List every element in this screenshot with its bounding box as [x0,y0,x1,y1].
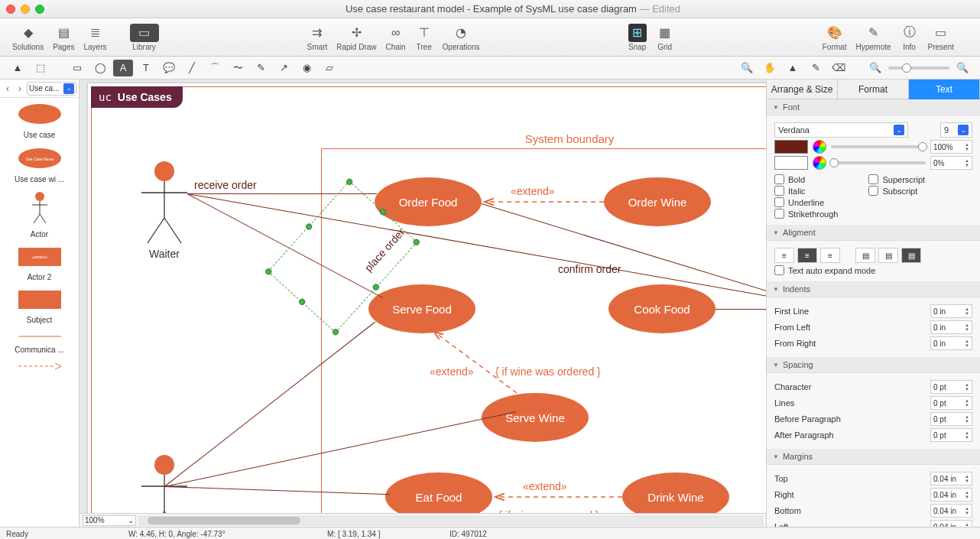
font-family-select[interactable]: Verdana⌄ [774,122,908,138]
spacing-char-input[interactable]: 0 pt▲▼ [930,380,972,394]
diagram-page[interactable]: ucUse Cases System boundary Waiter [87,83,766,513]
tree-button[interactable]: ⊤Tree [410,22,438,53]
rect-tool[interactable]: ▭ [67,60,87,76]
tab-format[interactable]: Format [838,80,909,99]
hypernote-button[interactable]: ✎Hypernote [851,22,895,53]
strike-checkbox[interactable]: Strikethrough [774,209,838,219]
actor-waiter[interactable]: Waiter [141,161,187,260]
bold-checkbox[interactable]: Bold [774,174,838,184]
spacing-after-input[interactable]: 0 pt▲▼ [930,428,972,442]
pages-button[interactable]: ▤Pages [48,22,79,53]
eyedropper-tool[interactable]: ✎ [806,60,826,76]
indent-first-input[interactable]: 0 in▲▼ [930,304,972,318]
bg-color-swatch[interactable] [774,156,808,170]
info-button[interactable]: ⓘInfo [896,22,923,53]
indent-right-input[interactable]: 0 in▲▼ [930,336,972,350]
operations-button[interactable]: ◔Operations [438,22,485,53]
rapid-draw-button[interactable]: ✢Rapid Draw [332,22,381,53]
pointer-tool[interactable]: ▲ [8,60,28,76]
pan-tool[interactable]: ✋ [760,60,780,76]
line-tool[interactable]: ╱ [182,60,202,76]
select-tool[interactable]: ⬚ [31,60,50,76]
bg-opacity-value[interactable]: 0%▲▼ [930,156,972,170]
spacing-lines-input[interactable]: 0 pt▲▼ [930,396,972,410]
section-spacing[interactable]: Spacing [767,357,980,373]
indent-left-input[interactable]: 0 in▲▼ [930,320,972,334]
margin-top-input[interactable]: 0.04 in▲▼ [930,472,972,485]
shape-communication[interactable]: Communica ... [2,332,77,354]
layers-button[interactable]: ≣Layers [80,22,112,53]
usecase-order-wine[interactable]: Order Wine [604,177,711,226]
usecase-cook-food[interactable]: Cook Food [608,284,716,333]
shape-actor[interactable]: Actor [2,191,77,239]
spline-tool[interactable]: 〜 [228,60,248,76]
textbox-tool[interactable]: T [136,60,156,76]
stamp-tool[interactable]: ◉ [297,60,316,76]
uc-frame[interactable]: ucUse Cases System boundary Waiter [91,86,766,513]
shape-use-case-with-name[interactable]: Use Case Name Use case wi ... [2,147,77,183]
text-color-swatch[interactable] [774,140,808,154]
margin-bottom-input[interactable]: 0.04 in▲▼ [930,504,972,518]
zoom-in-icon[interactable]: 🔍 [952,60,972,76]
text-opacity-slider[interactable] [831,145,926,148]
usecase-serve-wine[interactable]: Serve Wine [482,393,589,442]
canvas-viewport[interactable]: ucUse Cases System boundary Waiter [80,80,766,513]
assoc-line[interactable] [716,309,766,310]
valign-middle-button[interactable]: ▤ [878,248,898,263]
align-right-button[interactable]: ≡ [820,248,840,263]
subscript-checkbox[interactable]: Subscript [868,186,925,196]
section-alignment[interactable]: Aligment [767,225,980,241]
section-font[interactable]: Font [767,99,980,115]
shape-subject[interactable]: Subject [2,289,77,324]
shape-use-case[interactable]: Use case [2,102,77,139]
chain-button[interactable]: ∞Chain [381,22,410,53]
zoom-select[interactable]: 100%⌄ [83,515,136,526]
text-opacity-value[interactable]: 100%▲▼ [930,140,972,154]
tab-text[interactable]: Text [909,80,980,99]
section-margins[interactable]: Margins [767,449,980,465]
color-wheel-icon[interactable] [813,140,826,154]
auto-expand-checkbox[interactable]: Text auto expand mode [774,265,972,275]
zoom-out-icon[interactable]: 🔍 [865,60,885,76]
h-scrollbar[interactable] [139,516,763,525]
text-tool[interactable]: A [113,60,133,76]
grid-button[interactable]: ▦Grid [651,22,679,53]
solutions-button[interactable]: ◆Solutions [8,22,48,53]
nav-back-icon[interactable]: ‹ [2,82,13,96]
library-select[interactable]: Use ca...⌄ [27,82,76,96]
format-button[interactable]: 🎨Format [818,22,852,53]
zoom-tool[interactable]: 🔍 [737,60,757,76]
shape-tool[interactable]: ▱ [320,60,339,76]
bg-opacity-slider[interactable] [831,161,926,164]
library-button[interactable]: ▭Library [125,22,164,53]
section-indents[interactable]: Indents [767,281,980,297]
shape-actor-2[interactable]: «actor» Actor 2 [2,246,77,281]
align-center-button[interactable]: ≡ [797,248,817,263]
shape-dependency[interactable] [2,362,77,372]
snap-button[interactable]: ⊞Snap [624,22,651,53]
ellipse-tool[interactable]: ◯ [90,60,110,76]
align-left-button[interactable]: ≡ [774,248,794,263]
margin-right-input[interactable]: 0.04 in▲▼ [930,488,972,502]
fill-tool[interactable]: ▲ [783,60,803,76]
connector-tool[interactable]: ↗ [274,60,294,76]
usecase-serve-food[interactable]: Serve Food [368,284,475,333]
valign-top-button[interactable]: ▤ [855,248,875,263]
pen-tool[interactable]: ✎ [251,60,271,76]
close-icon[interactable] [6,5,15,14]
font-size-select[interactable]: 9⌄ [940,122,972,138]
spacing-before-input[interactable]: 0 pt▲▼ [930,412,972,426]
color-wheel-icon[interactable] [813,156,826,170]
tab-arrange[interactable]: Arrange & Size [767,80,838,99]
minimize-icon[interactable] [21,5,30,14]
italic-checkbox[interactable]: Italic [774,186,838,196]
valign-bottom-button[interactable]: ▤ [901,248,921,263]
callout-tool[interactable]: 💬 [159,60,179,76]
smart-button[interactable]: ⇉Smart [303,22,333,53]
arc-tool[interactable]: ⌒ [205,60,225,76]
maximize-icon[interactable] [35,5,44,14]
eraser-tool[interactable]: ⌫ [829,60,849,76]
present-button[interactable]: ▭Present [923,22,959,53]
superscript-checkbox[interactable]: Superscript [868,174,925,184]
zoom-slider[interactable] [888,67,949,70]
